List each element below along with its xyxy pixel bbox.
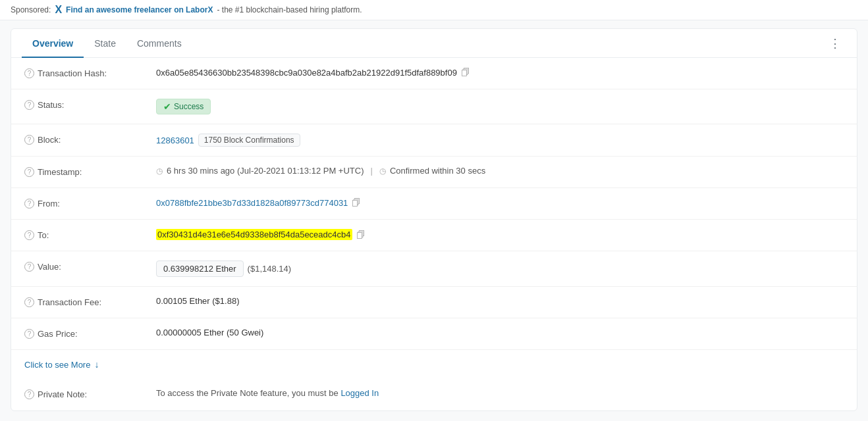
check-circle-icon: ✔ [163,101,171,112]
clock-icon: ◷ [156,166,163,176]
transaction-hash-text: 0x6a05e85436630bb23548398cbc9a030e82a4ba… [156,68,457,78]
confirmed-clock-icon: ◷ [379,166,386,176]
block-confirmations-badge: 1750 Block Confirmations [198,134,300,147]
confirmed-text: Confirmed within 30 secs [390,166,485,176]
gas-price-label: ? Gas Price: [24,328,156,339]
transaction-hash-help-icon[interactable]: ? [24,68,34,78]
transaction-hash-row: ? Transaction Hash: 0x6a05e85436630bb235… [11,58,857,89]
to-help-icon[interactable]: ? [24,230,34,240]
sponsored-bar: Sponsored: X Find an awesome freelancer … [0,0,868,20]
usd-value-text: ($1,148.14) [248,264,292,274]
private-note-value: To access the Private Note feature, you … [156,388,844,398]
to-copy-icon[interactable]: 🗍 [356,230,366,240]
transaction-fee-help-icon[interactable]: ? [24,297,34,307]
gas-price-row: ? Gas Price: 0.00000005 Ether (50 Gwei) [11,318,857,350]
to-value: 0xf30431d4e31e6e54d9338eb8f54da5eceadc4c… [156,229,844,240]
status-value: ✔ Success [156,99,844,114]
value-label: ? Value: [24,260,156,272]
block-number-link[interactable]: 12863601 [156,136,194,145]
block-label: ? Block: [24,134,156,145]
from-address-link[interactable]: 0x0788fbfe21bbe3b7d33d1828a0f89773cd7740… [156,198,348,208]
status-badge: ✔ Success [156,99,211,114]
private-note-help-icon[interactable]: ? [24,389,34,399]
transaction-hash-value: 0x6a05e85436630bb23548398cbc9a030e82a4ba… [156,67,844,78]
sponsored-link[interactable]: Find an awesome freelancer on LaborX [66,5,213,14]
tabs-bar: Overview State Comments ⋮ [11,29,857,58]
to-address-text[interactable]: 0xf30431d4e31e6e54d9338eb8f54da5eceadc4c… [156,229,352,240]
gas-price-help-icon[interactable]: ? [24,329,34,339]
block-help-icon[interactable]: ? [24,135,34,145]
private-note-row: ? Private Note: To access the Private No… [11,379,857,410]
sponsored-suffix: - the #1 blockchain-based hiring platfor… [217,5,362,14]
sponsored-label: Sponsored: [11,5,51,14]
status-label: ? Status: [24,99,156,110]
from-row: ? From: 0x0788fbfe21bbe3b7d33d1828a0f897… [11,188,857,220]
transaction-fee-row: ? Transaction Fee: 0.00105 Ether ($1.88) [11,287,857,318]
to-label: ? To: [24,229,156,240]
pipe-divider: | [371,166,373,176]
timestamp-text: 6 hrs 30 mins ago (Jul-20-2021 01:13:12 … [167,166,364,176]
tab-overview[interactable]: Overview [22,29,84,58]
transaction-hash-label: ? Transaction Hash: [24,67,156,78]
ether-value-box: 0.639998212 Ether [156,260,244,277]
tabs-more-menu[interactable]: ⋮ [824,31,846,56]
block-row: ? Block: 12863601 1750 Block Confirmatio… [11,124,857,157]
to-row: ? To: 0xf30431d4e31e6e54d9338eb8f54da5ec… [11,220,857,251]
laborx-logo: X [55,4,62,16]
click-more-link[interactable]: Click to see More [24,360,90,370]
arrow-down-icon: ↓ [94,359,99,370]
value-row: ? Value: 0.639998212 Ether ($1,148.14) [11,251,857,287]
main-card: Overview State Comments ⋮ ? Transaction … [11,28,857,411]
from-help-icon[interactable]: ? [24,199,34,209]
status-help-icon[interactable]: ? [24,100,34,110]
transaction-fee-label: ? Transaction Fee: [24,296,156,307]
tab-state[interactable]: State [84,29,126,58]
logged-in-link[interactable]: Logged In [340,388,379,398]
timestamp-row: ? Timestamp: ◷ 6 hrs 30 mins ago (Jul-20… [11,157,857,188]
timestamp-help-icon[interactable]: ? [24,167,34,177]
value-help-icon[interactable]: ? [24,262,34,272]
value-value: 0.639998212 Ether ($1,148.14) [156,260,844,277]
tab-comments[interactable]: Comments [126,29,192,58]
status-row: ? Status: ✔ Success [11,89,857,124]
from-value: 0x0788fbfe21bbe3b7d33d1828a0f89773cd7740… [156,197,844,208]
timestamp-value: ◷ 6 hrs 30 mins ago (Jul-20-2021 01:13:1… [156,166,844,176]
from-copy-icon[interactable]: 🗍 [352,197,361,208]
transaction-hash-copy-icon[interactable]: 🗍 [461,67,470,78]
timestamp-label: ? Timestamp: [24,166,156,177]
gas-price-value: 0.00000005 Ether (50 Gwei) [156,328,844,337]
click-to-see-more[interactable]: Click to see More ↓ [11,350,857,379]
block-value: 12863601 1750 Block Confirmations [156,134,844,147]
transaction-fee-value: 0.00105 Ether ($1.88) [156,296,844,306]
private-note-text: To access the Private Note feature, you … [156,388,379,398]
private-note-label: ? Private Note: [24,388,156,399]
from-label: ? From: [24,197,156,209]
